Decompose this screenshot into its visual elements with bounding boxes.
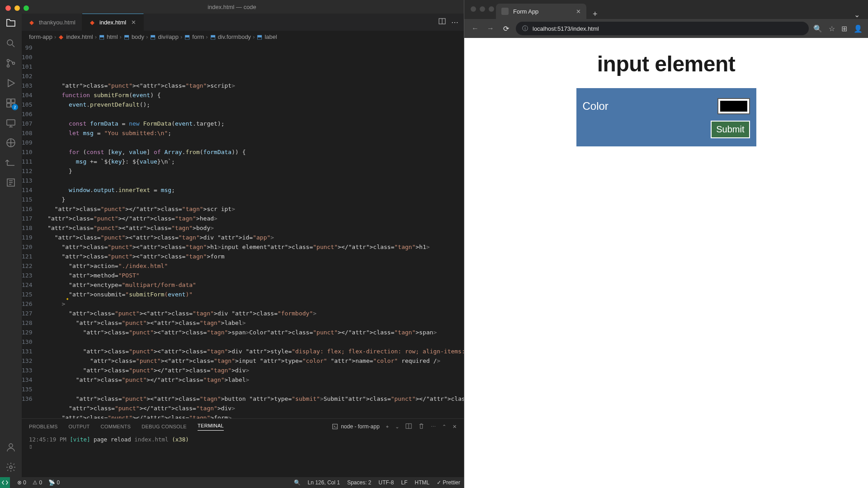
html-file-icon: ◆	[89, 19, 96, 26]
submit-button[interactable]: Submit	[711, 121, 750, 138]
eol[interactable]: LF	[401, 479, 407, 486]
search-status-icon[interactable]: 🔍	[294, 479, 301, 486]
url-bar[interactable]: ⓘ localhost:5173/index.html	[516, 22, 809, 35]
accounts-icon[interactable]	[5, 441, 17, 454]
crumb-file: ◆index.html	[58, 33, 93, 40]
extensions-icon[interactable]: 2	[5, 97, 17, 109]
errors-count[interactable]: ⊗ 0	[17, 479, 26, 486]
split-terminal-icon[interactable]	[406, 423, 412, 430]
panel-tab-comments[interactable]: COMMENTS	[101, 424, 131, 429]
code-editor[interactable]: 9910010110210310410510610710810911011111…	[22, 42, 464, 418]
formatter[interactable]: ✓ Prettier	[437, 479, 460, 486]
color-input[interactable]	[717, 98, 750, 114]
remote-status-icon[interactable]	[0, 477, 10, 488]
favicon	[501, 8, 509, 15]
remote-icon[interactable]	[5, 117, 17, 129]
ports-count[interactable]: 📡 0	[48, 479, 60, 486]
zoom-icon[interactable]: 🔍	[813, 24, 822, 33]
source-control-icon[interactable]	[5, 57, 17, 70]
crumb-formbody: ⬒div.formbody	[210, 33, 251, 40]
vscode-window: index.html — code 2 ◆ thankyou.html	[0, 0, 464, 488]
browser-tab[interactable]: Form App ✕	[496, 4, 586, 19]
extensions-puzzle-icon[interactable]: ⊞	[841, 24, 847, 33]
browser-close-button[interactable]	[471, 6, 476, 12]
editor-area: ◆ thankyou.html ◆ index.html ✕ ⋯ form-ap…	[22, 14, 464, 477]
line-gutter: 9910010110210310410510610710810911011111…	[22, 42, 40, 418]
trash-icon[interactable]	[418, 423, 425, 430]
window-maximize-button[interactable]	[24, 5, 29, 11]
more-icon[interactable]: ⋯	[431, 424, 436, 430]
codespaces-icon[interactable]	[5, 136, 17, 149]
chevron-down-icon[interactable]: ⌄	[395, 424, 399, 430]
browser-tab-title: Form App	[513, 8, 538, 15]
encoding[interactable]: UTF-8	[378, 479, 394, 486]
profile-icon[interactable]: 👤	[854, 24, 863, 33]
search-icon[interactable]	[5, 37, 17, 50]
reload-button[interactable]: ⟳	[500, 23, 511, 34]
color-label: Color	[583, 100, 609, 113]
svg-point-0	[7, 40, 13, 45]
crumb-label: ⬒label	[256, 33, 277, 40]
close-icon[interactable]: ✕	[130, 19, 137, 26]
bookmarks-icon[interactable]	[5, 176, 17, 189]
tab-actions: ⋯	[433, 14, 464, 31]
page-content: input element Color Submit	[464, 38, 868, 488]
page-heading: input element	[597, 52, 736, 76]
more-icon[interactable]: ⋯	[451, 18, 458, 27]
browser-toolbar: ← → ⟳ ⓘ localhost:5173/index.html 🔍 ☆ ⊞ …	[464, 19, 868, 38]
activity-bar: 2	[0, 14, 22, 477]
lightbulb-icon[interactable]: ✦	[66, 294, 69, 304]
terminal-output[interactable]: 12:45:19 PM [vite] page reload index.htm…	[22, 434, 464, 477]
tab-label: thankyou.html	[39, 19, 75, 26]
browser-tab-strip: Form App ✕ + ⌄	[464, 0, 868, 19]
new-tab-button[interactable]: +	[590, 9, 600, 19]
language-mode[interactable]: HTML	[415, 479, 429, 486]
browser-window-controls	[471, 6, 494, 12]
extensions-badge: 2	[12, 104, 18, 110]
form-card: Color Submit	[576, 88, 756, 146]
breadcrumbs[interactable]: form-app› ◆index.html› ⬒html› ⬒body› ⬒di…	[22, 31, 464, 42]
explorer-icon[interactable]	[5, 17, 17, 30]
tab-overflow-icon[interactable]: ⌄	[850, 10, 863, 19]
cursor-position[interactable]: Ln 126, Col 1	[308, 479, 340, 486]
editor-tabs: ◆ thankyou.html ◆ index.html ✕ ⋯	[22, 14, 464, 31]
tab-index[interactable]: ◆ index.html ✕	[82, 14, 144, 31]
timeline-icon[interactable]	[5, 156, 17, 169]
warnings-count[interactable]: ⚠ 0	[33, 479, 42, 486]
crumb-root: form-app	[29, 33, 52, 40]
window-close-button[interactable]	[5, 5, 11, 11]
back-button[interactable]: ←	[470, 23, 481, 34]
window-minimize-button[interactable]	[14, 5, 20, 11]
panel-tab-terminal[interactable]: TERMINAL	[198, 423, 224, 431]
mac-window-controls	[5, 5, 29, 11]
crumb-app: ⬒div#app	[150, 33, 179, 40]
run-debug-icon[interactable]	[5, 77, 17, 89]
tab-label: index.html	[99, 19, 126, 26]
browser-minimize-button[interactable]	[480, 6, 485, 12]
svg-point-2	[7, 65, 9, 67]
panel-tab-problems[interactable]: PROBLEMS	[29, 424, 58, 429]
add-terminal-icon[interactable]: +	[386, 424, 389, 429]
browser-maximize-button[interactable]	[489, 6, 494, 12]
code-content[interactable]: ✦ "attr">class="punct"><"attr">class="ta…	[40, 42, 464, 418]
site-info-icon[interactable]: ⓘ	[522, 24, 528, 33]
terminal-selector[interactable]: node - form-app	[332, 423, 379, 430]
settings-gear-icon[interactable]	[5, 461, 17, 474]
close-tab-icon[interactable]: ✕	[576, 8, 581, 15]
svg-rect-6	[7, 103, 10, 107]
close-panel-icon[interactable]: ✕	[453, 424, 457, 430]
bottom-panel: PROBLEMS OUTPUT COMMENTS DEBUG CONSOLE T…	[22, 418, 464, 477]
maximize-panel-icon[interactable]: ⌃	[442, 424, 446, 430]
bookmark-icon[interactable]: ☆	[829, 24, 835, 33]
split-editor-icon[interactable]	[439, 18, 446, 27]
indentation[interactable]: Spaces: 2	[347, 479, 371, 486]
panel-tab-output[interactable]: OUTPUT	[69, 424, 90, 429]
status-bar: ⊗ 0 ⚠ 0 📡 0 🔍 Ln 126, Col 1 Spaces: 2 UT…	[0, 477, 464, 488]
tab-thankyou[interactable]: ◆ thankyou.html	[22, 14, 82, 31]
svg-point-11	[9, 444, 13, 447]
color-swatch	[720, 101, 747, 112]
forward-button[interactable]: →	[485, 23, 496, 34]
svg-rect-8	[7, 120, 15, 125]
panel-tab-debug[interactable]: DEBUG CONSOLE	[142, 424, 187, 429]
svg-point-1	[7, 60, 9, 62]
